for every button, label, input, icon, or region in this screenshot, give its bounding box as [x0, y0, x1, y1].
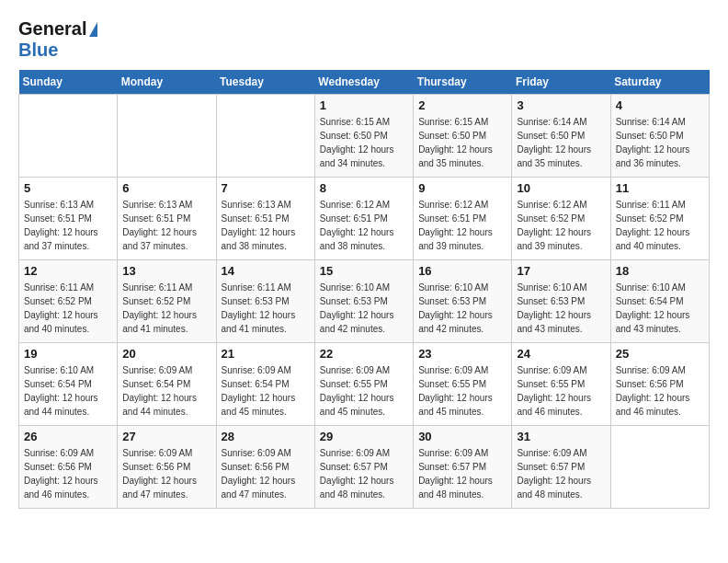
day-number: 6 [122, 181, 210, 195]
day-info: Sunrise: 6:09 AM Sunset: 6:56 PM Dayligh… [616, 363, 704, 419]
calendar-cell: 29Sunrise: 6:09 AM Sunset: 6:57 PM Dayli… [314, 426, 413, 509]
calendar-cell: 22Sunrise: 6:09 AM Sunset: 6:55 PM Dayli… [314, 343, 413, 426]
calendar-cell: 9Sunrise: 6:12 AM Sunset: 6:51 PM Daylig… [414, 178, 512, 260]
day-number: 4 [616, 98, 704, 112]
day-info: Sunrise: 6:15 AM Sunset: 6:50 PM Dayligh… [320, 115, 408, 170]
day-info: Sunrise: 6:11 AM Sunset: 6:52 PM Dayligh… [122, 281, 210, 336]
day-number: 10 [517, 181, 605, 195]
day-info: Sunrise: 6:10 AM Sunset: 6:53 PM Dayligh… [418, 281, 506, 336]
calendar-cell: 13Sunrise: 6:11 AM Sunset: 6:52 PM Dayli… [118, 260, 216, 343]
calendar-cell: 11Sunrise: 6:11 AM Sunset: 6:52 PM Dayli… [610, 178, 709, 260]
calendar-cell: 27Sunrise: 6:09 AM Sunset: 6:56 PM Dayli… [118, 426, 216, 509]
day-info: Sunrise: 6:09 AM Sunset: 6:54 PM Dayligh… [222, 363, 310, 419]
day-header-sunday: Sunday [19, 70, 118, 95]
day-info: Sunrise: 6:09 AM Sunset: 6:55 PM Dayligh… [418, 363, 506, 419]
day-number: 13 [122, 264, 210, 278]
day-info: Sunrise: 6:14 AM Sunset: 6:50 PM Dayligh… [616, 115, 704, 170]
day-info: Sunrise: 6:09 AM Sunset: 6:57 PM Dayligh… [320, 446, 408, 501]
calendar-cell: 19Sunrise: 6:10 AM Sunset: 6:54 PM Dayli… [19, 343, 118, 426]
day-header-tuesday: Tuesday [216, 70, 314, 95]
calendar-cell: 1Sunrise: 6:15 AM Sunset: 6:50 PM Daylig… [314, 95, 413, 178]
calendar-table: SundayMondayTuesdayWednesdayThursdayFrid… [18, 70, 710, 509]
calendar-cell: 3Sunrise: 6:14 AM Sunset: 6:50 PM Daylig… [512, 95, 610, 178]
day-info: Sunrise: 6:12 AM Sunset: 6:52 PM Dayligh… [517, 198, 605, 253]
day-info: Sunrise: 6:09 AM Sunset: 6:56 PM Dayligh… [122, 446, 210, 501]
calendar-cell: 31Sunrise: 6:09 AM Sunset: 6:57 PM Dayli… [512, 426, 610, 509]
day-header-thursday: Thursday [414, 70, 512, 95]
day-number: 19 [24, 347, 112, 361]
day-info: Sunrise: 6:12 AM Sunset: 6:51 PM Dayligh… [418, 198, 506, 253]
day-number: 15 [320, 264, 408, 278]
day-info: Sunrise: 6:09 AM Sunset: 6:57 PM Dayligh… [418, 446, 506, 501]
day-info: Sunrise: 6:10 AM Sunset: 6:54 PM Dayligh… [616, 281, 704, 336]
day-number: 9 [418, 181, 506, 195]
calendar-cell: 12Sunrise: 6:11 AM Sunset: 6:52 PM Dayli… [19, 260, 118, 343]
day-info: Sunrise: 6:11 AM Sunset: 6:52 PM Dayligh… [616, 198, 704, 253]
calendar-cell: 8Sunrise: 6:12 AM Sunset: 6:51 PM Daylig… [314, 178, 413, 260]
day-number: 7 [222, 181, 310, 195]
day-number: 2 [418, 98, 506, 112]
calendar-cell [118, 95, 216, 178]
calendar-week-row: 26Sunrise: 6:09 AM Sunset: 6:56 PM Dayli… [19, 426, 710, 509]
calendar-cell [610, 426, 709, 509]
day-info: Sunrise: 6:15 AM Sunset: 6:50 PM Dayligh… [418, 115, 506, 170]
day-header-wednesday: Wednesday [314, 70, 413, 95]
day-header-saturday: Saturday [610, 70, 709, 95]
day-info: Sunrise: 6:10 AM Sunset: 6:54 PM Dayligh… [24, 363, 112, 419]
day-info: Sunrise: 6:13 AM Sunset: 6:51 PM Dayligh… [24, 198, 112, 253]
calendar-cell: 17Sunrise: 6:10 AM Sunset: 6:53 PM Dayli… [512, 260, 610, 343]
day-header-monday: Monday [118, 70, 216, 95]
day-number: 17 [517, 264, 605, 278]
day-info: Sunrise: 6:14 AM Sunset: 6:50 PM Dayligh… [517, 115, 605, 170]
day-info: Sunrise: 6:10 AM Sunset: 6:53 PM Dayligh… [320, 281, 408, 336]
calendar-cell: 15Sunrise: 6:10 AM Sunset: 6:53 PM Dayli… [314, 260, 413, 343]
logo-triangle-icon [89, 22, 97, 37]
day-number: 5 [24, 181, 112, 195]
calendar-week-row: 12Sunrise: 6:11 AM Sunset: 6:52 PM Dayli… [19, 260, 710, 343]
calendar-cell [19, 95, 118, 178]
day-number: 14 [222, 264, 310, 278]
day-info: Sunrise: 6:09 AM Sunset: 6:55 PM Dayligh… [517, 363, 605, 419]
day-number: 31 [517, 430, 605, 443]
calendar-cell: 20Sunrise: 6:09 AM Sunset: 6:54 PM Dayli… [118, 343, 216, 426]
day-number: 27 [122, 430, 210, 443]
day-info: Sunrise: 6:09 AM Sunset: 6:57 PM Dayligh… [517, 446, 605, 501]
page-header: General Blue [18, 18, 710, 61]
calendar-cell: 21Sunrise: 6:09 AM Sunset: 6:54 PM Dayli… [216, 343, 314, 426]
day-number: 23 [418, 347, 506, 361]
calendar-cell: 28Sunrise: 6:09 AM Sunset: 6:56 PM Dayli… [216, 426, 314, 509]
calendar-cell: 14Sunrise: 6:11 AM Sunset: 6:53 PM Dayli… [216, 260, 314, 343]
day-info: Sunrise: 6:09 AM Sunset: 6:54 PM Dayligh… [122, 363, 210, 419]
day-info: Sunrise: 6:11 AM Sunset: 6:52 PM Dayligh… [24, 281, 112, 336]
day-number: 12 [24, 264, 112, 278]
calendar-cell: 5Sunrise: 6:13 AM Sunset: 6:51 PM Daylig… [19, 178, 118, 260]
calendar-cell: 18Sunrise: 6:10 AM Sunset: 6:54 PM Dayli… [610, 260, 709, 343]
calendar-week-row: 5Sunrise: 6:13 AM Sunset: 6:51 PM Daylig… [19, 178, 710, 260]
day-info: Sunrise: 6:13 AM Sunset: 6:51 PM Dayligh… [222, 198, 310, 253]
day-info: Sunrise: 6:10 AM Sunset: 6:53 PM Dayligh… [517, 281, 605, 336]
logo: General Blue [18, 18, 97, 61]
day-number: 18 [616, 264, 704, 278]
day-header-friday: Friday [512, 70, 610, 95]
calendar-cell: 26Sunrise: 6:09 AM Sunset: 6:56 PM Dayli… [19, 426, 118, 509]
day-number: 20 [122, 347, 210, 361]
day-number: 8 [320, 181, 408, 195]
calendar-cell: 25Sunrise: 6:09 AM Sunset: 6:56 PM Dayli… [610, 343, 709, 426]
day-number: 29 [320, 430, 408, 443]
day-info: Sunrise: 6:13 AM Sunset: 6:51 PM Dayligh… [122, 198, 210, 253]
day-number: 1 [320, 98, 408, 112]
day-number: 22 [320, 347, 408, 361]
calendar-week-row: 1Sunrise: 6:15 AM Sunset: 6:50 PM Daylig… [19, 95, 710, 178]
day-number: 21 [222, 347, 310, 361]
calendar-cell: 30Sunrise: 6:09 AM Sunset: 6:57 PM Dayli… [414, 426, 512, 509]
logo-blue-text: Blue [18, 40, 58, 60]
day-number: 30 [418, 430, 506, 443]
day-number: 25 [616, 347, 704, 361]
day-number: 11 [616, 181, 704, 195]
calendar-cell: 4Sunrise: 6:14 AM Sunset: 6:50 PM Daylig… [610, 95, 709, 178]
day-info: Sunrise: 6:09 AM Sunset: 6:56 PM Dayligh… [24, 446, 112, 501]
day-number: 28 [222, 430, 310, 443]
logo-general-text: General [18, 18, 86, 40]
day-info: Sunrise: 6:09 AM Sunset: 6:55 PM Dayligh… [320, 363, 408, 419]
calendar-cell: 16Sunrise: 6:10 AM Sunset: 6:53 PM Dayli… [414, 260, 512, 343]
